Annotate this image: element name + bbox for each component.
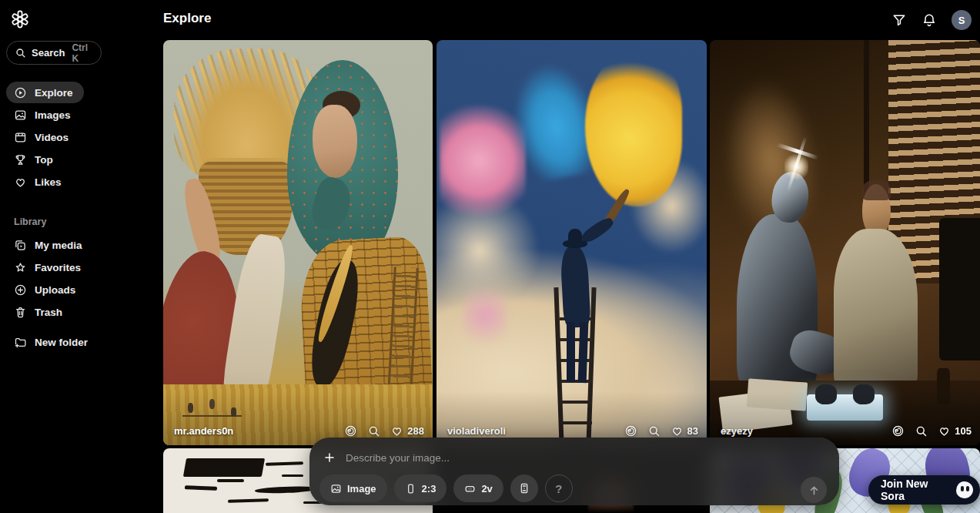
notebook-icon bbox=[518, 482, 530, 495]
explore-icon bbox=[14, 86, 27, 99]
search-shortcut: Ctrl K bbox=[72, 42, 93, 64]
art-layer bbox=[585, 52, 682, 206]
art-layer bbox=[567, 322, 575, 383]
avatar[interactable]: S bbox=[952, 10, 972, 30]
sidebar: Search Ctrl K Explore Images bbox=[0, 0, 163, 513]
zoom-icon[interactable] bbox=[915, 424, 928, 438]
art-layer bbox=[834, 229, 918, 391]
media-type-chip[interactable]: Image bbox=[319, 474, 387, 502]
art-layer bbox=[577, 321, 587, 382]
card-info-bar: violadiveroli 83 bbox=[447, 424, 698, 438]
portrait-ratio-icon bbox=[405, 483, 416, 495]
prompt-composer: Describe your image... Image 2:3 bbox=[309, 438, 839, 505]
submit-button[interactable] bbox=[801, 477, 827, 503]
art-layer bbox=[563, 240, 587, 248]
aspect-ratio-chip[interactable]: 2:3 bbox=[394, 474, 447, 502]
bell-icon[interactable] bbox=[921, 12, 937, 28]
art-layer bbox=[313, 105, 357, 178]
artwork-harvest-woman bbox=[163, 40, 433, 445]
sidebar-item-top[interactable]: Top bbox=[6, 149, 64, 170]
help-button[interactable]: ? bbox=[545, 474, 573, 502]
plus-circle-icon bbox=[14, 283, 27, 297]
sidebar-item-my-media[interactable]: My media bbox=[6, 234, 93, 256]
artwork-robot-typing bbox=[710, 40, 980, 445]
aspect-ratio-label: 2:3 bbox=[422, 483, 436, 495]
prompt-placeholder: Describe your image... bbox=[346, 452, 450, 464]
card-username[interactable]: violadiveroli bbox=[447, 425, 506, 437]
sidebar-item-trash[interactable]: Trash bbox=[6, 301, 73, 323]
like-button[interactable]: 105 bbox=[938, 424, 972, 438]
join-label: Join New Sora bbox=[881, 478, 949, 502]
plus-icon[interactable] bbox=[323, 451, 336, 464]
trophy-icon bbox=[14, 153, 27, 166]
sidebar-item-likes[interactable]: Likes bbox=[6, 171, 72, 193]
sidebar-item-images[interactable]: Images bbox=[6, 104, 82, 126]
variations-chip[interactable]: 2v bbox=[453, 474, 503, 502]
zoom-icon[interactable] bbox=[647, 424, 661, 438]
sidebar-item-label: Top bbox=[35, 154, 53, 166]
sidebar-item-label: Explore bbox=[35, 87, 73, 99]
like-button[interactable]: 288 bbox=[390, 424, 424, 438]
art-layer bbox=[282, 474, 303, 477]
remix-icon[interactable] bbox=[891, 424, 905, 438]
heart-icon bbox=[14, 176, 27, 189]
art-layer bbox=[266, 462, 303, 467]
openai-logo[interactable] bbox=[10, 9, 30, 29]
like-count: 105 bbox=[955, 425, 972, 437]
art-layer bbox=[463, 275, 507, 356]
presets-button[interactable] bbox=[510, 474, 538, 502]
card-username[interactable]: ezyezy bbox=[721, 425, 753, 437]
search-input[interactable]: Search Ctrl K bbox=[6, 41, 102, 65]
star-icon bbox=[14, 261, 27, 274]
media-type-label: Image bbox=[347, 483, 376, 495]
post-card-2[interactable]: violadiveroli 83 bbox=[436, 40, 707, 445]
sidebar-item-uploads[interactable]: Uploads bbox=[6, 279, 86, 300]
images-icon bbox=[14, 109, 27, 122]
card-info-bar: ezyezy 105 bbox=[721, 424, 972, 438]
variations-icon bbox=[464, 483, 476, 495]
art-layer bbox=[185, 485, 217, 490]
sidebar-item-label: Uploads bbox=[35, 284, 75, 296]
zoom-icon[interactable] bbox=[367, 424, 380, 438]
composer-chips: Image 2:3 2v bbox=[319, 474, 573, 502]
arrow-up-icon bbox=[808, 484, 821, 497]
sidebar-item-label: Videos bbox=[35, 132, 69, 143]
art-layer bbox=[737, 214, 818, 401]
filter-icon[interactable] bbox=[891, 12, 907, 28]
art-layer bbox=[939, 218, 980, 360]
sidebar-item-videos[interactable]: Videos bbox=[6, 126, 79, 148]
sidebar-item-label: Favorites bbox=[35, 262, 81, 273]
folder-nav: New folder bbox=[0, 331, 163, 354]
post-card-3[interactable]: ezyezy 105 bbox=[710, 40, 980, 445]
art-layer bbox=[784, 152, 809, 182]
card-actions: 105 bbox=[891, 424, 972, 438]
art-layer bbox=[862, 179, 891, 200]
like-count: 83 bbox=[687, 425, 698, 437]
art-layer bbox=[255, 486, 314, 494]
new-folder-icon bbox=[14, 336, 27, 349]
new-folder-button[interactable]: New folder bbox=[6, 331, 99, 353]
card-username[interactable]: mr.anders0n bbox=[174, 425, 233, 437]
post-card-1[interactable]: mr.anders0n 288 bbox=[163, 40, 433, 445]
videos-icon bbox=[14, 131, 27, 144]
help-icon: ? bbox=[555, 482, 562, 495]
remix-icon[interactable] bbox=[344, 424, 357, 438]
like-button[interactable]: 83 bbox=[671, 424, 698, 438]
media-stack-icon bbox=[14, 239, 27, 252]
sidebar-item-explore[interactable]: Explore bbox=[6, 82, 84, 103]
card-info-bar: mr.anders0n 288 bbox=[174, 424, 424, 438]
join-new-sora-button[interactable]: Join New Sora bbox=[868, 475, 980, 505]
sidebar-item-label: Images bbox=[35, 109, 71, 121]
art-layer bbox=[217, 479, 244, 481]
search-label: Search bbox=[32, 47, 65, 59]
sidebar-item-favorites[interactable]: Favorites bbox=[6, 256, 92, 278]
remix-icon[interactable] bbox=[624, 424, 637, 438]
prompt-input[interactable]: Describe your image... bbox=[323, 448, 793, 467]
primary-nav: Explore Images Videos bbox=[0, 82, 163, 193]
like-count: 288 bbox=[407, 425, 424, 437]
art-layer bbox=[440, 105, 526, 226]
trash-icon bbox=[14, 306, 27, 319]
new-folder-label: New folder bbox=[35, 337, 88, 348]
artwork-cloud-painter bbox=[436, 40, 707, 445]
card-actions: 83 bbox=[624, 424, 698, 438]
